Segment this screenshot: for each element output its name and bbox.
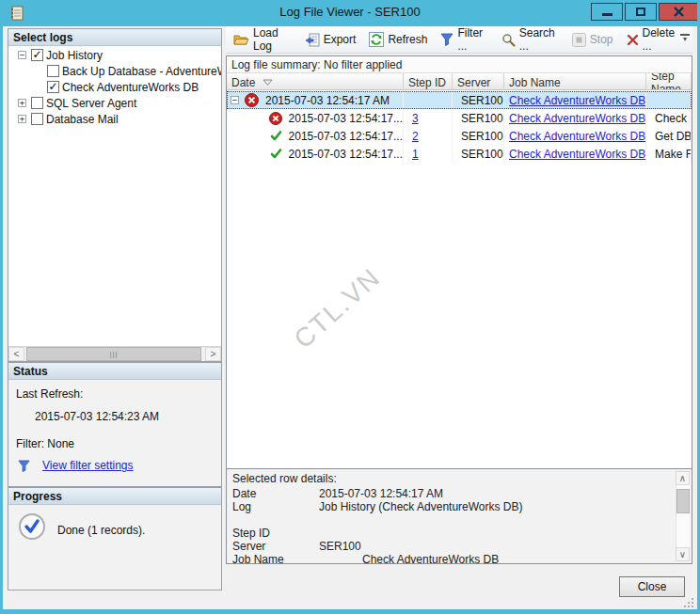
- checkbox-unchecked-icon[interactable]: [31, 97, 43, 109]
- step-name: Get DB I...: [655, 130, 692, 143]
- checkbox-checked-icon[interactable]: ✓: [47, 81, 59, 93]
- detail-label: Date: [232, 487, 319, 500]
- scroll-down-icon[interactable]: ∨: [676, 547, 690, 561]
- tree-item-label[interactable]: Back Up Database - AdventureWork: [62, 65, 221, 78]
- detail-value: 2015-07-03 12:54:17 AM: [319, 487, 443, 500]
- filter-button[interactable]: Filter ...: [440, 26, 487, 53]
- job-name-link[interactable]: Check AdventureWorks DB: [509, 94, 645, 107]
- server-name: SER100: [461, 94, 503, 107]
- server-name: SER100: [461, 112, 503, 125]
- tree-item-label[interactable]: Check AdventureWorks DB: [62, 81, 199, 94]
- details-header: Selected row details:: [232, 472, 676, 485]
- folder-open-icon: [233, 33, 249, 46]
- toolbar: Load Log Export: [226, 26, 692, 54]
- table-row[interactable]: 2015-07-03 12:54:17... 3 SER100 Check Ad…: [227, 109, 692, 127]
- details-vertical-scrollbar[interactable]: ∧ ∨: [676, 471, 690, 561]
- resize-grip[interactable]: [683, 597, 694, 608]
- tree-horizontal-scrollbar[interactable]: < ||| >: [8, 346, 221, 361]
- search-button[interactable]: Search ...: [501, 26, 559, 53]
- scroll-thumb[interactable]: [676, 489, 690, 513]
- job-name-link[interactable]: Check AdventureWorks DB: [509, 130, 645, 143]
- column-header-step-name[interactable]: Step Name: [646, 73, 692, 89]
- server-name: SER100: [461, 130, 503, 143]
- detail-label: Server: [232, 540, 319, 553]
- toolbar-overflow-icon[interactable]: ▾: [680, 34, 690, 41]
- expand-icon[interactable]: +: [18, 115, 26, 123]
- job-name-link[interactable]: Check AdventureWorks DB: [509, 148, 645, 161]
- column-header-server[interactable]: Server: [453, 73, 504, 89]
- column-header-job-name[interactable]: Job Name: [504, 73, 646, 89]
- delete-button[interactable]: Delete ...: [627, 26, 679, 53]
- step-id-link[interactable]: 2: [412, 130, 419, 143]
- log-date: 2015-07-03 12:54:17...: [289, 130, 403, 143]
- export-button[interactable]: Export: [305, 33, 357, 47]
- table-row[interactable]: 2015-07-03 12:54:17... 1 SER100 Check Ad…: [227, 145, 692, 163]
- last-refresh-label: Last Refresh:: [16, 387, 215, 401]
- tree-item-label[interactable]: Database Mail: [46, 113, 119, 126]
- column-header-step-id[interactable]: Step ID: [404, 73, 453, 89]
- tree-item-job-history[interactable]: − ✓ Job History: [8, 47, 221, 63]
- close-window-button[interactable]: [659, 3, 698, 21]
- status-header: Status: [8, 363, 221, 380]
- maximize-icon: [636, 8, 645, 16]
- step-name: Make Fol...: [655, 148, 692, 161]
- minimize-button[interactable]: [591, 3, 623, 21]
- collapse-icon[interactable]: −: [231, 96, 239, 104]
- detail-value: SER100: [319, 540, 361, 553]
- tree-item-label[interactable]: SQL Server Agent: [46, 97, 136, 110]
- search-icon: [501, 33, 516, 47]
- log-tree: − ✓ Job History Back Up Database - Adven…: [8, 47, 221, 346]
- refresh-button[interactable]: Refresh: [369, 32, 427, 47]
- checkbox-unchecked-icon[interactable]: [47, 65, 59, 77]
- export-icon: [305, 33, 320, 47]
- scroll-left-icon[interactable]: <: [8, 347, 24, 361]
- minimize-icon: [602, 13, 612, 16]
- filter-icon: [440, 33, 453, 46]
- detail-value: Check AdventureWorks DB: [319, 553, 499, 563]
- log-grid-panel: Log file summary: No filter applied Date…: [226, 55, 692, 490]
- scroll-up-icon[interactable]: ∧: [676, 471, 690, 485]
- error-icon: [269, 112, 282, 125]
- detail-label: Log: [232, 500, 319, 513]
- filter-status: Filter: None: [16, 437, 215, 450]
- log-file-viewer-window: Log File Viewer - SER100 Select logs − ✓…: [0, 0, 700, 614]
- close-icon: [674, 7, 684, 17]
- step-id-link[interactable]: 3: [412, 112, 419, 125]
- load-log-button[interactable]: Load Log: [233, 26, 292, 53]
- stop-button[interactable]: Stop: [572, 33, 613, 47]
- error-icon: [245, 93, 259, 107]
- table-row[interactable]: 2015-07-03 12:54:17... 2 SER100 Check Ad…: [227, 127, 692, 145]
- checkbox-checked-icon[interactable]: ✓: [31, 49, 43, 61]
- success-check-icon: [270, 130, 282, 142]
- detail-label: Job Name: [232, 553, 319, 563]
- tree-item-sql-server-agent[interactable]: + SQL Server Agent: [8, 95, 221, 111]
- server-name: SER100: [461, 148, 503, 161]
- checkbox-unchecked-icon[interactable]: [31, 113, 43, 125]
- job-name-link[interactable]: Check AdventureWorks DB: [509, 112, 645, 125]
- table-row[interactable]: − 2015-07-03 12:54:17 AM SER100 Check Ad…: [227, 91, 692, 109]
- scroll-thumb[interactable]: |||: [26, 347, 201, 361]
- grid-body: − 2015-07-03 12:54:17 AM SER100 Check Ad…: [227, 91, 692, 474]
- log-file-summary: Log file summary: No filter applied: [227, 56, 692, 73]
- log-date: 2015-07-03 12:54:17...: [289, 112, 403, 125]
- stop-icon: [572, 33, 586, 47]
- sort-filter-icon[interactable]: [262, 79, 273, 87]
- expand-icon[interactable]: +: [18, 99, 26, 107]
- log-date: 2015-07-03 12:54:17 AM: [265, 94, 390, 107]
- collapse-icon[interactable]: −: [18, 51, 26, 59]
- close-button[interactable]: Close: [619, 576, 685, 597]
- window-body: Select logs − ✓ Job History Back Up Data…: [3, 26, 697, 609]
- tree-item-check-adventureworks[interactable]: ✓ Check AdventureWorks DB: [8, 79, 221, 95]
- titlebar: Log File Viewer - SER100: [0, 0, 700, 26]
- maximize-button[interactable]: [625, 3, 657, 21]
- scroll-right-icon[interactable]: >: [205, 347, 221, 361]
- delete-icon: [627, 34, 639, 46]
- column-header-date[interactable]: Date: [227, 73, 404, 89]
- view-filter-settings-link[interactable]: View filter settings: [42, 459, 134, 472]
- tree-item-label[interactable]: Job History: [46, 49, 103, 62]
- selected-row-details-panel: Selected row details: Date2015-07-03 12:…: [226, 468, 692, 564]
- tree-item-backup-database[interactable]: Back Up Database - AdventureWork: [8, 63, 221, 79]
- step-id-link[interactable]: 1: [412, 148, 419, 161]
- tree-item-database-mail[interactable]: + Database Mail: [8, 111, 221, 127]
- grid-header: Date Step ID Server Job Name Step Name: [227, 73, 692, 90]
